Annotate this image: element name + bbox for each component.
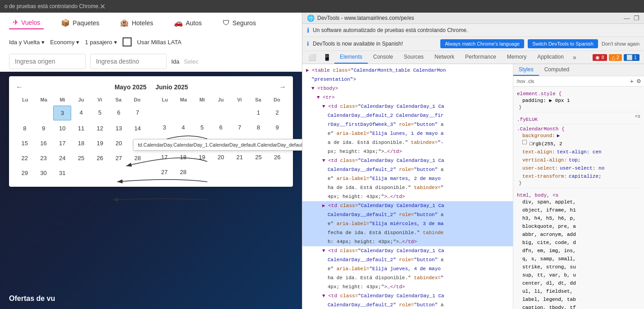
calendar-day-14[interactable]: 14 [128,121,146,135]
calendar-day-j-18[interactable]: 18 [174,150,192,164]
global-css-line-1: div, span, applet, [517,198,640,206]
calendar-day-23[interactable]: 23 [35,151,53,165]
calendar-day-29[interactable]: 29 [16,166,34,180]
calendar-day-17[interactable]: 17 [53,136,71,150]
usar-millas-label: Usar Millas LATA [137,39,181,46]
nav-item-hoteles[interactable]: 🏨 Hoteles [116,17,156,29]
styles-toolbar: :hov .cls + ⚙ [513,76,644,87]
global-css-header: html, body, <s [517,190,640,198]
calendar-day-12[interactable]: 12 [91,121,109,135]
more-tabs-button[interactable]: » [569,51,580,64]
match-language-button[interactable]: Always match Chrome's language [440,39,524,48]
usar-millas-checkbox[interactable] [123,37,132,46]
inspect-element-icon[interactable]: ⬜ [305,51,320,63]
chevron-down-icon: ▾ [41,39,45,46]
calendar-prev-btn[interactable]: ← [16,83,23,91]
html-line-selected-4: fecha de ida. Está disponible." tabinde [302,228,513,237]
hotel-icon: 🏨 [120,18,129,27]
calendar-day-3[interactable]: 3 [53,106,71,120]
calendar-day-30[interactable]: 30 [35,166,53,180]
calendar-day-9[interactable]: 9 [35,121,53,135]
tab-memory[interactable]: Memory [502,51,532,64]
calendar-day-j-5[interactable]: 5 [193,120,211,134]
trip-type-dropdown[interactable]: Ida y Vuelta ▾ [9,39,45,46]
info-badge[interactable]: ⬜ 1 [624,54,639,61]
calendar-day-j-28[interactable]: 28 [174,165,192,179]
shield-icon: 🛡 [223,19,230,27]
calendar-day-j-6[interactable]: 6 [212,120,230,134]
calendar-day-j-2[interactable]: 2 [268,106,286,120]
color-swatch-checkbox[interactable] [522,140,527,144]
tab-computed[interactable]: Computed [539,64,575,76]
calendar-day-4[interactable]: 4 [72,106,90,120]
nav-item-paquetes[interactable]: 📦 Paquetes [57,17,103,29]
calendar-day-j-17[interactable]: 17 [155,150,174,164]
calendar-day-j-3[interactable]: 3 [155,120,174,134]
maximize-button[interactable]: ❐ [634,14,639,22]
add-style-rule-button[interactable]: + [630,78,634,85]
calendar-day-16[interactable]: 16 [35,136,53,150]
calendar-day-26[interactable]: 26 [91,151,109,165]
styles-settings-icon[interactable]: ⚙ [636,78,641,84]
calendar-day-28[interactable]: 28 [128,151,146,165]
calendar-day-j-27[interactable]: 27 [155,165,174,179]
calendar-day-j-9[interactable]: 9 [268,120,286,134]
calendar-day-31[interactable]: 31 [53,166,71,180]
calendar-day-25[interactable]: 25 [72,151,90,165]
calendar-day-j-26[interactable]: 26 [268,150,286,164]
calendar-day-11[interactable]: 11 [72,121,90,135]
calendar-day-j-21[interactable]: 21 [231,150,249,164]
tab-styles[interactable]: Styles [513,64,539,76]
calendar-day-8[interactable]: 8 [16,121,34,135]
calendar-day-j-8[interactable]: 8 [250,120,268,134]
tab-performance[interactable]: Performance [460,51,502,64]
devtools-badges: ◉ 8 △ 2 ⬜ 1 [590,54,642,61]
page-area: ✈ Vuelos 📦 Paquetes 🏨 Hoteles 🚗 Autos 🛡 … [0,13,644,309]
calendar-day-10[interactable]: 10 [53,121,71,135]
dont-show-again-link[interactable]: Don't show again [602,41,639,46]
calendar-day-6[interactable]: 6 [110,106,128,120]
calendar-day-5[interactable]: 5 [91,106,109,120]
calendar-day-22[interactable]: 22 [16,151,34,165]
calendar-next-btn[interactable]: → [279,83,286,91]
warning-badge[interactable]: △ 2 [609,54,622,61]
origin-destination-row: Ida Selec [0,51,302,72]
styles-filter-text[interactable]: :hov .cls [516,78,534,84]
calendar-day-7[interactable]: 7 [128,106,146,120]
tab-console[interactable]: Console [368,51,398,64]
tab-elements[interactable]: Elements [334,51,368,64]
global-css-section: html, body, <s div, span, applet, object… [517,188,640,309]
calendar-day-j-4[interactable]: 4 [174,120,192,134]
tab-sources[interactable]: Sources [398,51,429,64]
calendar-day-j-7[interactable]: 7 [231,120,249,134]
calendar-day-j-25[interactable]: 25 [250,150,268,164]
calendar-day-19[interactable]: 19 [91,136,109,150]
calendar-day-13[interactable]: 13 [110,121,128,135]
passengers-label: 1 pasajero [85,39,112,46]
day-header-lu: Lu [16,96,34,104]
calendar-day-24[interactable]: 24 [53,151,71,165]
minimize-button[interactable]: — [624,14,630,22]
calendar-day-j-1[interactable]: 1 [250,106,268,120]
elements-panel[interactable]: ▶ <table class="CalendarMonth_table Cale… [302,64,513,309]
tab-application[interactable]: Application [532,51,569,64]
nav-item-autos[interactable]: 🚗 Autos [170,17,206,29]
nav-item-seguros[interactable]: 🛡 Seguros [219,17,260,29]
close-icon[interactable]: ✕ [100,2,105,11]
calendar-day-15[interactable]: 15 [16,136,34,150]
device-toolbar-icon[interactable]: 📱 [320,51,334,63]
switch-to-spanish-button[interactable]: Switch DevTools to Spanish [528,39,598,48]
destination-input[interactable] [90,54,167,69]
tab-network[interactable]: Network [429,51,460,64]
calendar-day-j-20[interactable]: 20 [212,150,230,164]
cabin-class-dropdown[interactable]: Economy ▾ [50,39,79,46]
calendar-day-j-19[interactable]: 19 [193,150,211,164]
day-header-ma: Ma [34,96,53,104]
error-badge[interactable]: ◉ 8 [593,54,607,61]
origin-input[interactable] [9,54,86,69]
calendar-day-20[interactable]: 20 [110,136,128,150]
nav-item-vuelos[interactable]: ✈ Vuelos [9,16,44,29]
passengers-dropdown[interactable]: 1 pasajero ▾ [85,39,117,46]
calendar-day-27[interactable]: 27 [110,151,128,165]
calendar-day-18[interactable]: 18 [72,136,90,150]
